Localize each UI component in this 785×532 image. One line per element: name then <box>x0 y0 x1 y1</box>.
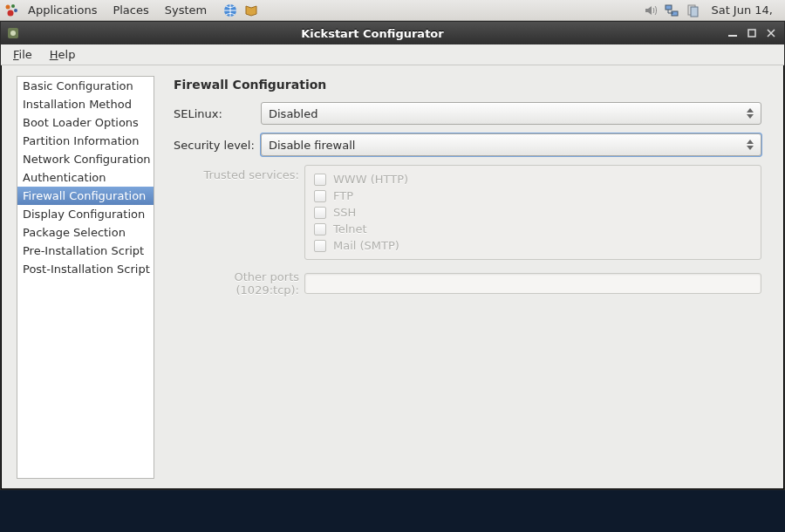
service-label: SSH <box>333 206 356 219</box>
sidebar-item-pre-script[interactable]: Pre-Installation Script <box>17 242 154 260</box>
globe-icon[interactable] <box>222 3 238 18</box>
selinux-combo[interactable]: Disabled <box>261 102 761 125</box>
sidebar-item-basic[interactable]: Basic Configuration <box>17 77 154 95</box>
checkbox <box>314 240 326 252</box>
svg-rect-12 <box>748 30 755 37</box>
other-ports-input <box>304 273 761 294</box>
service-row: SSH <box>314 204 752 221</box>
minimize-button[interactable] <box>725 26 741 40</box>
security-level-label: Security level: <box>174 139 261 152</box>
sidebar-item-display[interactable]: Display Configuration <box>17 205 154 223</box>
sidebar: Basic Configuration Installation Method … <box>17 76 154 479</box>
svg-rect-8 <box>691 7 698 17</box>
sidebar-item-packages[interactable]: Package Selection <box>17 223 154 242</box>
service-row: WWW (HTTP) <box>314 171 752 188</box>
trusted-services-label: Trusted services: <box>174 165 304 181</box>
other-ports-label: Other ports (1029:tcp): <box>174 270 304 297</box>
network-icon[interactable] <box>664 3 679 18</box>
gnome-panel: Applications Places System Sat Jun 14, <box>0 0 785 21</box>
service-label: Telnet <box>333 222 367 235</box>
service-row: Mail (SMTP) <box>314 237 752 254</box>
svg-point-3 <box>8 10 14 16</box>
selinux-value: Disabled <box>269 107 317 120</box>
sidebar-item-auth[interactable]: Authentication <box>17 168 154 187</box>
service-label: FTP <box>333 189 353 202</box>
checkbox <box>314 223 326 235</box>
clipboard-icon[interactable] <box>685 3 700 18</box>
combo-spinner-icon <box>743 137 757 153</box>
panel-menu-applications[interactable]: Applications <box>21 2 104 18</box>
panel-menu-places[interactable]: Places <box>106 2 155 18</box>
trusted-services-box: WWW (HTTP) FTP SSH Telnet Mail (SMTP) <box>304 165 761 260</box>
menu-help[interactable]: Help <box>41 46 85 63</box>
checkbox <box>314 207 326 219</box>
sidebar-item-network[interactable]: Network Configuration <box>17 150 154 168</box>
maximize-button[interactable] <box>744 26 760 40</box>
svg-point-10 <box>10 31 16 36</box>
app-window: Kickstart Configurator File Help Basic C… <box>0 21 785 490</box>
checkbox <box>314 190 326 202</box>
service-label: WWW (HTTP) <box>333 173 408 186</box>
combo-spinner-icon <box>743 106 757 121</box>
main-pane: Firewall Configuration SELinux: Disabled… <box>154 65 784 489</box>
panel-clock[interactable]: Sat Jun 14, <box>706 2 778 18</box>
sidebar-item-firewall[interactable]: Firewall Configuration <box>17 187 154 205</box>
volume-icon[interactable] <box>643 3 659 18</box>
panel-menu-system[interactable]: System <box>158 2 214 18</box>
security-level-combo[interactable]: Disable firewall <box>261 133 761 156</box>
close-button[interactable] <box>763 26 779 40</box>
checkbox <box>314 174 326 186</box>
security-level-value: Disable firewall <box>269 139 355 152</box>
book-icon[interactable] <box>243 3 259 18</box>
service-row: Telnet <box>314 221 752 237</box>
sidebar-item-post-script[interactable]: Post-Installation Script <box>17 260 154 278</box>
svg-point-2 <box>14 9 17 12</box>
sidebar-item-boot-loader[interactable]: Boot Loader Options <box>17 113 154 132</box>
sidebar-item-partition[interactable]: Partition Information <box>17 132 154 150</box>
page-title: Firewall Configuration <box>174 78 761 92</box>
menu-file[interactable]: File <box>4 46 41 63</box>
svg-rect-5 <box>666 5 672 10</box>
titlebar: Kickstart Configurator <box>1 22 784 44</box>
svg-rect-11 <box>728 35 737 37</box>
service-row: FTP <box>314 188 752 204</box>
svg-point-1 <box>11 4 15 8</box>
service-label: Mail (SMTP) <box>333 239 399 252</box>
sidebar-item-install-method[interactable]: Installation Method <box>17 95 154 113</box>
menubar: File Help <box>1 44 784 65</box>
svg-point-0 <box>6 4 10 9</box>
app-icon <box>6 26 20 40</box>
window-title: Kickstart Configurator <box>24 27 721 40</box>
gnome-foot-icon <box>3 3 19 18</box>
selinux-label: SELinux: <box>174 107 261 120</box>
